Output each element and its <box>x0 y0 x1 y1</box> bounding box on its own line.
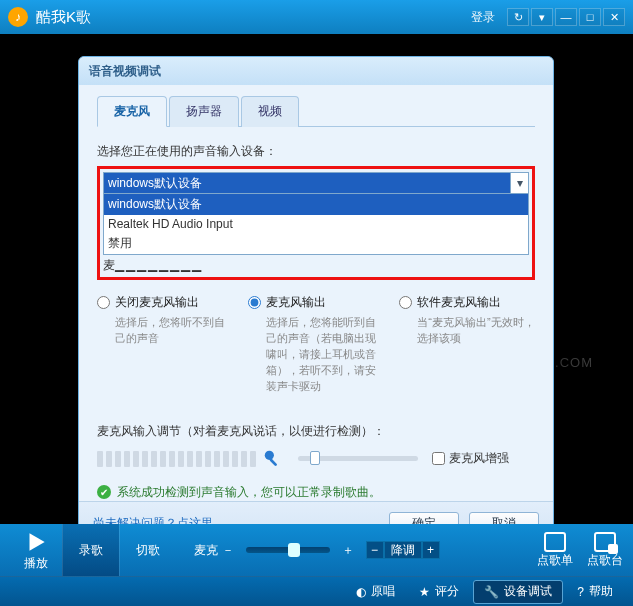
mic-gain-slider[interactable] <box>298 456 418 461</box>
play-button[interactable]: 播放 <box>10 529 62 572</box>
input-device-label: 选择您正在使用的声音输入设备： <box>97 143 535 160</box>
level-bars <box>97 451 256 467</box>
mic-boost-checkbox[interactable]: 麦克风增强 <box>432 450 509 467</box>
tab-video[interactable]: 视频 <box>241 96 299 127</box>
star-icon: ★ <box>419 585 430 599</box>
radio-software-mic-output[interactable]: 软件麦克风输出 <box>399 294 535 311</box>
pitch-down-button[interactable]: − <box>366 541 384 559</box>
songlist-button[interactable]: 点歌单 <box>537 532 573 569</box>
highlight-box: windows默认设备 ▾ windows默认设备 Realtek HD Aud… <box>97 166 535 280</box>
radio-mic-output[interactable]: 麦克风输出 <box>248 294 384 311</box>
tab-microphone[interactable]: 麦克风 <box>97 96 167 127</box>
app-logo-icon: ♪ <box>8 7 28 27</box>
pitch-control: − 降调 + <box>366 541 440 559</box>
input-device-combobox[interactable]: windows默认设备 ▾ <box>103 172 529 194</box>
radio-desc: 选择后，您将听不到自己的声音 <box>97 315 233 347</box>
score-button[interactable]: ★评分 <box>409 580 469 604</box>
help-button[interactable]: ?帮助 <box>567 580 623 604</box>
record-tab[interactable]: 录歌 <box>62 524 119 576</box>
original-vocal-button[interactable]: ◐原唱 <box>346 580 405 604</box>
login-link[interactable]: 登录 <box>471 9 495 26</box>
options-icon[interactable]: ▾ <box>531 8 553 26</box>
device-test-button[interactable]: 🔧设备调试 <box>473 580 563 604</box>
svg-point-0 <box>265 450 274 459</box>
chevron-down-icon[interactable]: ▾ <box>510 173 528 193</box>
radio-desc: 当“麦克风输出”无效时，选择该项 <box>399 315 535 347</box>
mic-volume-slider[interactable] <box>246 547 330 553</box>
help-icon: ? <box>577 585 584 599</box>
mic-level-meter: 麦克风增强 <box>97 448 535 470</box>
sync-icon[interactable]: ↻ <box>507 8 529 26</box>
songstage-icon <box>594 532 616 552</box>
mic-plus-button[interactable]: ＋ <box>342 542 354 559</box>
bottom-toolbar: 播放 录歌 切歌 麦克 － ＋ − 降调 + 点歌单 点歌台 ◐原唱 ★评分 🔧… <box>0 524 633 606</box>
songstage-button[interactable]: 点歌台 <box>587 532 623 569</box>
pitch-label: 降调 <box>384 541 422 559</box>
mic-volume-label: 麦克 <box>194 542 218 559</box>
device-option[interactable]: 禁用 <box>104 233 528 254</box>
app-titlebar: ♪ 酷我K歌 登录 ↻ ▾ — □ ✕ <box>0 0 633 34</box>
mic-output-radiogroup: 关闭麦克风输出 选择后，您将听不到自己的声音 麦克风输出 选择后，您将能听到自己… <box>97 294 535 395</box>
tab-speaker[interactable]: 扬声器 <box>169 96 239 127</box>
cut-song-tab[interactable]: 切歌 <box>119 524 176 576</box>
radio-desc: 选择后，您将能听到自己的声音（若电脑出现啸叫，请接上耳机或音箱），若听不到，请安… <box>248 315 384 395</box>
input-device-dropdown: windows默认设备 Realtek HD Audio Input 禁用 <box>103 194 529 255</box>
svg-rect-1 <box>269 458 277 466</box>
songlist-icon <box>544 532 566 552</box>
disc-icon: ◐ <box>356 585 366 599</box>
pitch-up-button[interactable]: + <box>422 541 440 559</box>
wrench-icon: 🔧 <box>484 585 499 599</box>
mic-level-label: 麦克风输入调节（对着麦克风说话，以便进行检测）： <box>97 423 535 440</box>
dialog-tabs: 麦克风 扬声器 视频 <box>97 95 535 127</box>
combobox-selected: windows默认设备 <box>104 173 510 193</box>
close-icon[interactable]: ✕ <box>603 8 625 26</box>
play-icon <box>23 529 49 555</box>
app-title: 酷我K歌 <box>36 8 91 27</box>
check-icon: ✔ <box>97 485 111 499</box>
av-settings-dialog: 语音视频调试 麦克风 扬声器 视频 选择您正在使用的声音输入设备： window… <box>78 56 554 546</box>
minimize-icon[interactable]: — <box>555 8 577 26</box>
obscured-text: 麦▁▁▁▁▁▁▁▁ <box>103 257 529 274</box>
mic-minus-button[interactable]: － <box>222 542 234 559</box>
dialog-title: 语音视频调试 <box>79 57 553 85</box>
detection-status: ✔ 系统成功检测到声音输入，您可以正常录制歌曲。 <box>97 484 535 501</box>
microphone-icon <box>262 448 284 470</box>
maximize-icon[interactable]: □ <box>579 8 601 26</box>
radio-close-mic-output[interactable]: 关闭麦克风输出 <box>97 294 233 311</box>
device-option[interactable]: Realtek HD Audio Input <box>104 215 528 233</box>
device-option[interactable]: windows默认设备 <box>104 194 528 215</box>
